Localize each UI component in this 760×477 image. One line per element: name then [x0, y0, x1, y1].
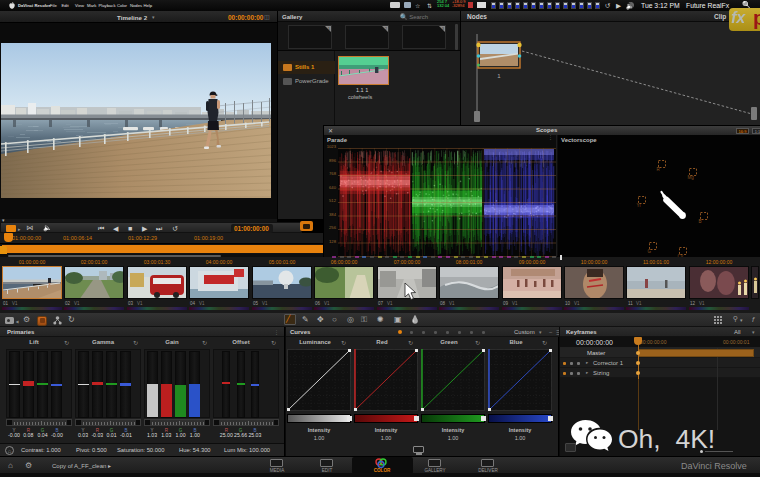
svg-text:B: B: [699, 219, 702, 224]
svg-text:1: 1: [497, 73, 501, 79]
svg-text:G: G: [648, 249, 652, 254]
svg-text:Yl: Yl: [637, 203, 641, 208]
svg-text:Mg: Mg: [688, 175, 695, 180]
